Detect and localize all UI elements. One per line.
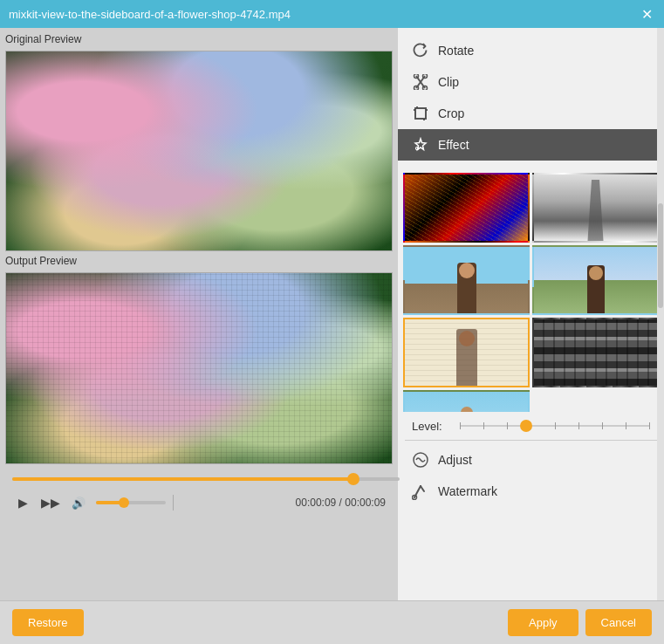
left-panel: Original Preview Output Preview ▶ ▶▶ — [0, 28, 398, 600]
adjust-label: Adjust — [438, 453, 472, 467]
svg-marker-11 — [415, 139, 426, 150]
tool-adjust[interactable]: Adjust — [398, 444, 664, 476]
tick-3 — [507, 422, 508, 429]
crop-label: Crop — [438, 106, 464, 120]
tool-rotate[interactable]: Rotate — [398, 35, 664, 66]
current-time: 00:00:09 — [296, 497, 337, 509]
effect-thumb-3[interactable] — [403, 245, 530, 315]
adjust-icon — [412, 451, 429, 469]
restore-button[interactable]: Restore — [12, 609, 84, 636]
tool-effect[interactable]: Effect — [398, 129, 664, 161]
rotate-icon — [412, 42, 429, 59]
volume-icon: 🔊 — [68, 492, 89, 513]
close-button[interactable]: ✕ — [638, 5, 655, 23]
volume-thumb[interactable] — [119, 497, 129, 508]
right-buttons: Apply Cancel — [508, 609, 652, 636]
tool-crop[interactable]: Crop — [398, 98, 664, 129]
play-button[interactable]: ▶ — [12, 492, 33, 513]
output-preview-label: Output Preview — [5, 255, 393, 267]
scrollbar-track[interactable] — [657, 28, 664, 600]
effect-thumb-1[interactable] — [403, 173, 530, 243]
level-label: Level: — [412, 420, 451, 433]
tick-6 — [578, 422, 579, 429]
original-preview — [5, 51, 393, 251]
volume-slider[interactable] — [96, 501, 166, 504]
original-preview-label: Original Preview — [5, 33, 393, 45]
effect-label: Effect — [438, 138, 469, 152]
title-bar: mixkit-view-to-the-sideboard-of-a-flower… — [0, 0, 664, 28]
skip-forward-button[interactable]: ▶▶ — [40, 492, 61, 513]
tool-clip[interactable]: Clip — [398, 66, 664, 98]
tick-7 — [602, 422, 603, 429]
tool-menu: Rotate Clip — [398, 28, 664, 168]
main-content: Original Preview Output Preview ▶ ▶▶ — [0, 28, 664, 600]
effect-thumb-5[interactable] — [403, 318, 530, 387]
effect-thumb-2[interactable] — [532, 173, 659, 243]
effect-thumb-7[interactable] — [403, 390, 530, 412]
level-section: Level: — [398, 412, 664, 440]
controls-row: ▶ ▶▶ 🔊 00:00:09 / 00:00:09 — [12, 490, 386, 515]
progress-bar-container[interactable] — [12, 473, 400, 485]
total-time: 00:00:09 — [345, 497, 386, 509]
window-title: mixkit-view-to-the-sideboard-of-a-flower… — [9, 8, 291, 21]
preview-section: Original Preview Output Preview — [5, 33, 393, 464]
svg-rect-6 — [415, 108, 426, 119]
svg-line-15 — [421, 486, 424, 491]
progress-bar-track — [12, 477, 400, 481]
svg-point-12 — [416, 147, 419, 150]
progress-thumb[interactable] — [347, 473, 359, 485]
level-slider-container[interactable] — [460, 419, 650, 433]
watermark-label: Watermark — [438, 484, 497, 498]
bottom-bar: Restore Apply Cancel — [0, 600, 664, 644]
tick-9 — [649, 422, 650, 429]
tick-8 — [626, 422, 626, 429]
scrollbar-thumb[interactable] — [658, 203, 663, 308]
video-controls: ▶ ▶▶ 🔊 00:00:09 / 00:00:09 — [5, 468, 393, 518]
clip-icon — [412, 73, 429, 91]
clip-label: Clip — [438, 75, 459, 89]
effect-thumb-6[interactable] — [532, 318, 659, 387]
bottom-tools: Adjust Watermark — [398, 441, 664, 510]
original-preview-image — [6, 51, 392, 250]
tick-5 — [555, 422, 556, 429]
effect-thumb-4[interactable] — [532, 245, 659, 315]
tick-2 — [483, 422, 484, 429]
time-separator: / — [336, 497, 345, 509]
time-display: 00:00:09 / 00:00:09 — [296, 497, 386, 509]
watermark-icon — [412, 483, 429, 500]
progress-bar-fill — [12, 477, 353, 481]
effects-section — [398, 168, 664, 412]
effects-grid — [398, 168, 664, 412]
right-panel: Rotate Clip — [398, 28, 664, 600]
tick-1 — [460, 422, 461, 429]
mosaic-effect-overlay — [6, 273, 392, 463]
rotate-label: Rotate — [438, 44, 474, 58]
tool-watermark[interactable]: Watermark — [398, 476, 664, 507]
apply-button[interactable]: Apply — [508, 609, 578, 636]
level-tick-marks — [460, 419, 650, 433]
crop-icon — [412, 105, 429, 122]
effect-icon — [412, 136, 429, 154]
volume-divider — [173, 495, 174, 510]
output-preview — [5, 272, 393, 464]
level-slider-thumb[interactable] — [520, 420, 532, 432]
cancel-button[interactable]: Cancel — [585, 609, 652, 636]
